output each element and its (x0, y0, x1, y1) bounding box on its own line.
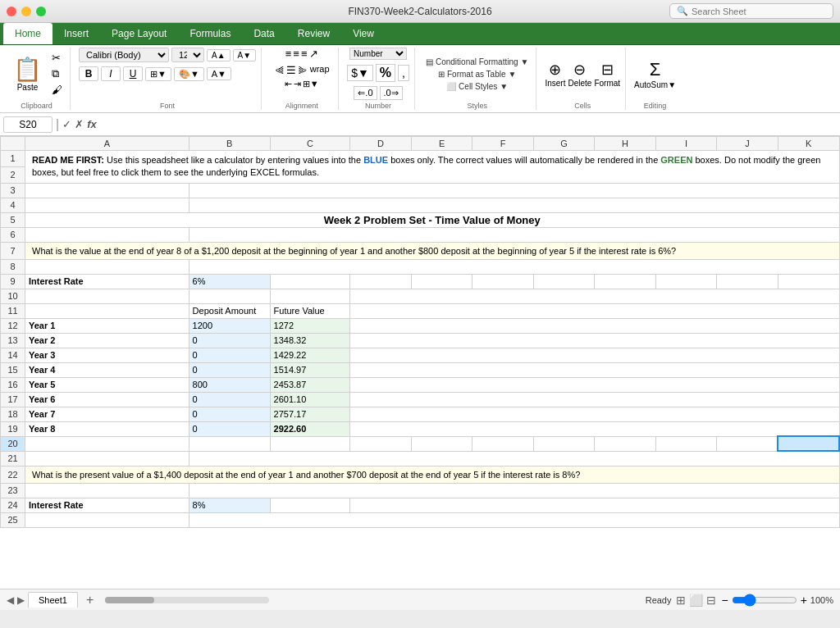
autosum-button[interactable]: Σ AutoSum▼ (634, 59, 676, 89)
cut-button[interactable]: ✂ (49, 51, 65, 65)
align-top-right-button[interactable]: ≡ (301, 48, 308, 60)
align-right-button[interactable]: ⫸ (298, 64, 308, 76)
insert-function-icon[interactable]: fx (87, 118, 97, 130)
formula-input[interactable] (100, 119, 837, 130)
cell-a24-ir2-label[interactable]: Interest Rate (25, 498, 189, 512)
cell-b24-ir2-value[interactable]: 8% (189, 498, 270, 512)
cell-d11[interactable] (350, 303, 839, 318)
search-bar[interactable]: 🔍 (669, 3, 833, 19)
fill-color-button[interactable]: 🎨▼ (174, 67, 204, 81)
cell-d12[interactable] (350, 318, 839, 333)
cell-b11-deposit-header[interactable]: Deposit Amount (189, 303, 270, 318)
cell-b14-deposit3[interactable]: 0 (189, 348, 270, 362)
cell-f20[interactable] (472, 436, 534, 451)
col-header-c[interactable]: C (270, 137, 350, 151)
increase-font-button[interactable]: A▲ (207, 49, 231, 61)
underline-button[interactable]: U (123, 66, 143, 81)
zoom-out-button[interactable]: − (721, 594, 728, 607)
zoom-in-button[interactable]: + (801, 594, 807, 607)
cell-b4[interactable] (189, 198, 839, 212)
tab-data[interactable]: Data (242, 23, 285, 44)
tab-page-layout[interactable]: Page Layout (100, 23, 178, 44)
cell-a17-year6[interactable]: Year 6 (25, 392, 189, 407)
cell-i20[interactable] (655, 436, 717, 451)
cell-a4[interactable] (25, 198, 189, 212)
cell-c20[interactable] (270, 436, 350, 451)
align-center-button[interactable]: ☰ (286, 64, 296, 76)
align-top-left-button[interactable]: ≡ (285, 48, 292, 60)
wrap-text-button[interactable]: wrap (310, 64, 330, 76)
cell-a13-year2[interactable]: Year 2 (25, 333, 189, 348)
currency-button[interactable]: $▼ (347, 65, 373, 81)
cell-d18[interactable] (350, 407, 839, 421)
cell-b20[interactable] (189, 436, 270, 451)
col-header-d[interactable]: D (350, 137, 412, 151)
cell-a14-year3[interactable]: Year 3 (25, 348, 189, 362)
cell-b23[interactable] (189, 483, 839, 498)
check-formula-icon[interactable]: ✓ (62, 118, 71, 130)
cell-b19-deposit8[interactable]: 0 (189, 421, 270, 436)
cell-a10[interactable] (25, 289, 189, 303)
zoom-slider[interactable] (732, 594, 797, 607)
cell-d19[interactable] (350, 421, 839, 436)
align-left-button[interactable]: ⫷ (274, 64, 285, 76)
cell-a22-question2[interactable]: What is the present value of a $1,400 de… (25, 466, 840, 483)
bold-button[interactable]: B (79, 66, 98, 81)
decrease-decimal-button[interactable]: ⇐.0 (354, 86, 377, 100)
cell-a8[interactable] (25, 259, 189, 274)
col-header-f[interactable]: F (472, 137, 534, 151)
page-break-view-icon[interactable]: ⊟ (706, 594, 716, 607)
cell-b15-deposit4[interactable]: 0 (189, 362, 270, 377)
font-color-button[interactable]: A▼ (207, 67, 231, 80)
cell-k9[interactable] (778, 274, 839, 289)
cell-c24[interactable] (270, 498, 350, 512)
cell-a16-year5[interactable]: Year 5 (25, 377, 189, 392)
cell-b10[interactable] (189, 289, 270, 303)
insert-cells-button[interactable]: ⊕ Insert (545, 61, 565, 88)
cell-d17[interactable] (350, 392, 839, 407)
cell-d10[interactable] (350, 289, 839, 303)
cell-d24[interactable] (350, 498, 839, 512)
col-header-a[interactable]: A (25, 137, 189, 151)
cell-c18-fv7[interactable]: 2757.17 (270, 407, 350, 421)
cell-h9[interactable] (595, 274, 656, 289)
cell-c15-fv4[interactable]: 1514.97 (270, 362, 350, 377)
col-header-j[interactable]: J (717, 137, 778, 151)
cell-c12-fv1[interactable]: 1272 (270, 318, 350, 333)
cell-b8[interactable] (189, 259, 839, 274)
decrease-font-button[interactable]: A▼ (233, 49, 257, 61)
hscroll-thumb[interactable] (105, 597, 154, 603)
tab-home[interactable]: Home (3, 23, 52, 44)
conditional-formatting-button[interactable]: ▤ Conditional Formatting ▼ (423, 57, 532, 67)
percent-button[interactable]: % (376, 64, 395, 82)
cell-c11-fv-header[interactable]: Future Value (270, 303, 350, 318)
number-format-select[interactable]: Number General Currency Percentage (349, 48, 407, 60)
cell-b16-deposit5[interactable]: 800 (189, 377, 270, 392)
spreadsheet[interactable]: A B C D E F G H I J K 1 READ ME FIRST: U… (0, 136, 840, 589)
cell-f9[interactable] (472, 274, 534, 289)
cell-i9[interactable] (655, 274, 717, 289)
next-sheet-arrow[interactable]: ▶ (17, 594, 25, 606)
paste-button[interactable]: 📋 Paste (8, 54, 47, 93)
page-layout-view-icon[interactable]: ⬜ (689, 594, 703, 607)
align-top-center-button[interactable]: ≡ (293, 48, 299, 60)
cell-b18-deposit7[interactable]: 0 (189, 407, 270, 421)
cell-styles-button[interactable]: ⬜ Cell Styles ▼ (444, 81, 510, 92)
cell-b13-deposit2[interactable]: 0 (189, 333, 270, 348)
cell-a25[interactable] (25, 512, 189, 527)
cell-j20[interactable] (717, 436, 778, 451)
minimize-button[interactable] (21, 7, 31, 16)
col-header-b[interactable]: B (189, 137, 270, 151)
normal-view-icon[interactable]: ⊞ (676, 594, 686, 607)
orientation-button[interactable]: ↗ (309, 48, 318, 60)
close-button[interactable] (7, 7, 16, 16)
col-header-h[interactable]: H (595, 137, 656, 151)
cell-a9-ir-label[interactable]: Interest Rate (25, 274, 189, 289)
cell-c19-fv8[interactable]: 2922.60 (270, 421, 350, 436)
cell-b25[interactable] (189, 512, 839, 527)
maximize-button[interactable] (36, 7, 46, 16)
horizontal-scrollbar[interactable] (105, 597, 638, 603)
cell-b6[interactable] (189, 227, 839, 242)
cell-d16[interactable] (350, 377, 839, 392)
border-button[interactable]: ⊞▼ (145, 67, 171, 81)
